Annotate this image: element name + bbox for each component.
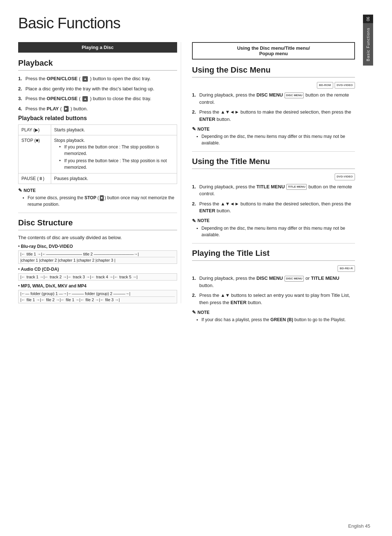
title-menu-steps: 1. During playback, press the TITLE MENU…	[192, 183, 355, 214]
page-title: Basic Functions	[18, 15, 355, 32]
side-tab: 06 Basic Functions	[362, 15, 374, 521]
title-menu-badges: DVD-VIDEO	[192, 173, 355, 180]
table-row-play: PLAY (▶) Starts playback.	[19, 125, 177, 135]
disc-menu-note-list: Depending on the disc, the menu items ma…	[192, 133, 355, 146]
page-footer: English 45	[348, 523, 370, 529]
title-menu-note-item-1: Depending on the disc, the menu items ma…	[196, 225, 355, 238]
play-icon-inline: ▶	[64, 106, 69, 112]
play-button-cell: PLAY (▶)	[19, 125, 51, 135]
title-list-note-label: NOTE	[192, 310, 355, 315]
disc-structure-section: • Blu-ray Disc, DVD-VIDEO |← title 1 →|←…	[18, 244, 177, 303]
title-menu-step-2: 2. Press the ▲▼◄► buttons to make the de…	[192, 200, 355, 214]
disc-menu-title: Using the Disc Menu	[192, 65, 355, 78]
cd-diagram: |← track 1 →|← track 2 →|← track 3 →|← t…	[18, 273, 177, 281]
dvd-video-badge-disc: DVD-VIDEO	[335, 82, 355, 89]
bluray-diagram: |← title 1 →|←————————— title 2 ————————…	[18, 250, 177, 264]
side-tab-label: Basic Functions	[363, 23, 373, 66]
disc-title-popup-header: Using the Disc menu/Title menu/ Popup me…	[192, 42, 355, 60]
disc-menu-note-item-1: Depending on the disc, the menu items ma…	[196, 133, 355, 146]
title-list-title: Playing the Title List	[192, 249, 355, 261]
playback-title: Playback	[18, 58, 177, 71]
pause-desc-cell: Pauses playback.	[51, 173, 177, 184]
disc-structure-title: Disc Structure	[18, 218, 177, 230]
title-menu-note-list: Depending on the disc, the menu items ma…	[192, 225, 355, 238]
side-tab-number: 06	[363, 15, 373, 23]
playback-step-1: 1. Press the OPEN/CLOSE ( ▲ ) button to …	[18, 75, 177, 82]
disc-menu-btn-icon: DISC MENU	[285, 93, 304, 98]
disc-menu-step-2: 2. Press the ▲▼◄► buttons to make the de…	[192, 109, 355, 123]
disc-type-bluray-label: • Blu-ray Disc, DVD-VIDEO	[18, 244, 177, 249]
stop-icon-note: ■	[100, 195, 104, 201]
disc-menu-btn-icon-2: DISC MENU	[285, 276, 304, 282]
divider-2	[192, 151, 355, 152]
stop-icon: ■	[36, 138, 38, 143]
disc-menu-steps: 1. During playback, press the DISC MENU …	[192, 91, 355, 123]
disc-menu-step-1: 1. During playback, press the DISC MENU …	[192, 91, 355, 106]
disc-menu-note: NOTE Depending on the disc, the menu ite…	[192, 126, 355, 146]
title-list-note-item-1: If your disc has a playlist, press the G…	[196, 316, 355, 323]
title-menu-title: Using the Title Menu	[192, 157, 355, 169]
bd-rom-badge: BD-ROM	[317, 82, 333, 89]
right-header-line1: Using the Disc menu/Title menu/	[237, 45, 310, 51]
divider-3	[192, 243, 355, 244]
playback-step-3: 3. Press the OPEN/CLOSE ( ▲ ) button to …	[18, 95, 177, 102]
disc-menu-badges: BD-ROM DVD-VIDEO	[192, 82, 355, 89]
title-list-step-2: 2. Press the ▲▼ buttons to select an ent…	[192, 292, 355, 306]
right-header-line2: Popup menu	[259, 51, 288, 56]
disc-menu-note-label: NOTE	[192, 126, 355, 132]
disc-structure-intro: The contents of disc are usually divided…	[18, 235, 177, 240]
open-close-icon-1: ▲	[82, 76, 88, 82]
playback-note-item-1: For some discs, pressing the STOP (■) bu…	[23, 195, 177, 208]
title-list-steps: 1. During playback, press the DISC MENU …	[192, 275, 355, 306]
playback-step-2: 2. Place a disc gently into the tray wit…	[18, 85, 177, 93]
title-list-step-1: 1. During playback, press the DISC MENU …	[192, 275, 355, 289]
title-menu-btn-icon: TITLE MENU	[286, 184, 307, 190]
title-list-badges: BD-RE/-R	[192, 265, 355, 272]
disc-type-mp3-label: • MP3, WMA, DivX, MKV and MP4	[18, 283, 177, 289]
title-menu-note: NOTE Depending on the disc, the menu ite…	[192, 218, 355, 238]
title-menu-note-label: NOTE	[192, 218, 355, 224]
playback-note-label: NOTE	[18, 188, 177, 193]
title-list-note-list: If your disc has a playlist, press the G…	[192, 316, 355, 323]
divider-1	[18, 213, 177, 213]
play-desc-cell: Starts playback.	[51, 125, 177, 135]
table-row-pause: PAUSE (⏸) Pauses playback.	[19, 173, 177, 184]
playback-table: PLAY (▶) Starts playback. STOP (■) Stops…	[18, 124, 177, 184]
title-list-note: NOTE If your disc has a playlist, press …	[192, 310, 355, 323]
pause-button-cell: PAUSE (⏸)	[19, 173, 51, 184]
dvd-video-badge-title: DVD-VIDEO	[335, 173, 355, 180]
playback-step-4: 4. Press the PLAY ( ▶ ) button.	[18, 105, 177, 112]
title-menu-step-1: 1. During playback, press the TITLE MENU…	[192, 183, 355, 197]
stop-desc-bullet-1: If you press the button once : The stop …	[59, 144, 174, 157]
playing-disc-header: Playing a Disc	[18, 42, 177, 53]
disc-type-cd-label: • Audio CD (CD-DA)	[18, 267, 177, 272]
stop-desc-cell: Stops playback. If you press the button …	[51, 135, 177, 173]
stop-desc-bullet-2: If you press the button twice : The stop…	[59, 157, 174, 171]
table-row-stop: STOP (■) Stops playback. If you press th…	[19, 135, 177, 173]
play-icon: ▶	[35, 127, 38, 132]
mp3-diagram: |←— folder (group) 1 —→|←——— folder (gro…	[18, 290, 177, 303]
stop-button-cell: STOP (■)	[19, 135, 51, 173]
pause-icon: ⏸	[38, 176, 43, 181]
open-close-icon-2: ▲	[82, 96, 88, 102]
playback-note: NOTE For some discs, pressing the STOP (…	[18, 188, 177, 208]
playback-steps: 1. Press the OPEN/CLOSE ( ▲ ) button to …	[18, 75, 177, 112]
bd-re-r-badge: BD-RE/-R	[338, 265, 355, 272]
playback-note-list: For some discs, pressing the STOP (■) bu…	[18, 195, 177, 208]
related-buttons-title: Playback related buttons	[18, 115, 177, 122]
